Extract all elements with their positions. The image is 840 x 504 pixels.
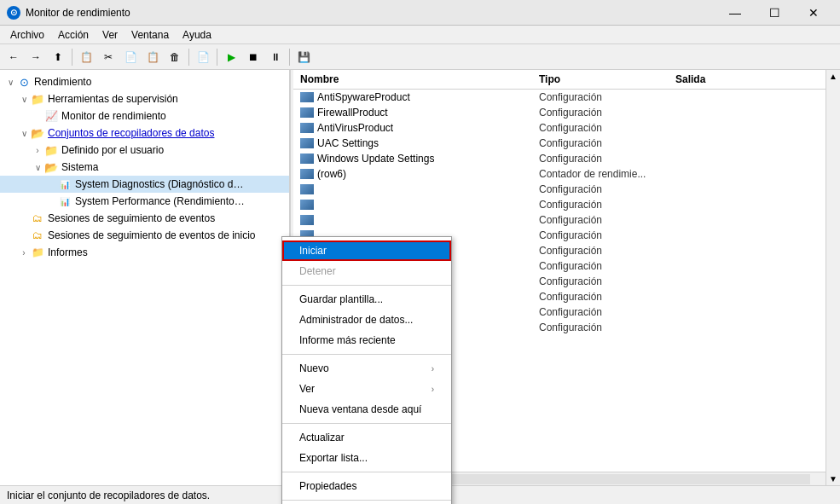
menu-ventana[interactable]: Ventana — [125, 27, 176, 43]
tree-label: Sesiones de seguimiento de eventos de in… — [48, 229, 256, 241]
table-row[interactable]: AntiSpywareProduct Configuración — [293, 90, 826, 105]
scroll-up-btn[interactable]: ▲ — [827, 70, 839, 83]
expand-icon[interactable]: ∨ — [17, 129, 31, 138]
toolbar-pause[interactable]: ⏸ — [265, 47, 286, 67]
status-text: Iniciar el conjunto de recopiladores de … — [7, 490, 210, 501]
chart-small-icon: 📊 — [58, 177, 72, 191]
right-header: Nombre Tipo Salida — [293, 70, 826, 90]
tree-label: Informes — [48, 246, 88, 258]
ctx-propiedades[interactable]: Propiedades — [282, 476, 451, 496]
toolbar-delete[interactable]: 🗑 — [165, 47, 185, 67]
row-icon — [300, 215, 314, 225]
expand-icon[interactable]: › — [17, 248, 31, 258]
toolbar: ← → ⬆ 📋 ✂ 📄 📋 🗑 📄 ▶ ⏹ ⏸ 💾 — [0, 44, 840, 70]
ctx-item-label: Nuevo — [299, 362, 329, 374]
ctx-detener: Detener — [282, 261, 451, 281]
title-controls: — ☐ ✕ — [715, 0, 833, 26]
folder-icon: 📁 — [44, 143, 58, 157]
tree-label: Definido por el usuario — [61, 144, 164, 156]
folder2-icon: 🗂 — [31, 229, 44, 242]
tree-informes[interactable]: › 📁 Informes — [0, 244, 289, 261]
tree-sesiones[interactable]: 🗂 Sesiones de seguimiento de eventos — [0, 210, 289, 227]
tree-panel[interactable]: ∨ ⊙ Rendimiento ∨ 📁 Herramientas de supe… — [0, 70, 290, 485]
ctx-item-label: Propiedades — [299, 480, 356, 492]
expand-icon[interactable]: › — [31, 146, 44, 155]
tree-label: Monitor de rendimiento — [61, 110, 166, 122]
tree-label: Conjuntos de recopiladores de datos — [48, 127, 214, 139]
ctx-exportar[interactable]: Exportar lista... — [282, 448, 451, 468]
toolbar-back[interactable]: ← — [3, 47, 24, 67]
row-tipo-label: Configuración — [539, 137, 675, 149]
ctx-item-label: Iniciar — [299, 245, 327, 257]
toolbar-stop[interactable]: ⏹ — [243, 47, 264, 67]
ctx-sep5 — [282, 500, 451, 501]
menu-archivo[interactable]: Archivo — [3, 27, 51, 43]
scroll-down-btn[interactable]: ▼ — [827, 472, 839, 485]
toolbar-start[interactable]: ▶ — [221, 47, 241, 67]
tree-sistema[interactable]: ∨ 📂 Sistema — [0, 159, 289, 176]
row-tipo-label: Configuración — [539, 245, 675, 257]
chart-icon: 📈 — [44, 109, 58, 123]
expand-icon[interactable]: ∨ — [3, 78, 17, 87]
expand-icon[interactable]: ∨ — [31, 163, 44, 172]
tree-conjuntos[interactable]: ∨ 📂 Conjuntos de recopiladores de datos — [0, 125, 289, 142]
col-salida-header: Salida — [675, 73, 819, 85]
expand-icon[interactable]: ∨ — [17, 95, 31, 104]
row-icon — [300, 169, 314, 179]
col-tipo-header: Tipo — [539, 73, 675, 85]
toolbar-sep3 — [217, 49, 217, 66]
ctx-guardar-plantilla[interactable]: Guardar plantilla... — [282, 289, 451, 310]
menu-bar: Archivo Acción Ver Ventana Ayuda — [0, 26, 840, 44]
table-row[interactable]: UAC Settings Configuración — [293, 136, 826, 151]
tree-label: Sistema — [61, 161, 98, 173]
ctx-item-label: Nueva ventana desde aquí — [299, 403, 421, 415]
table-row[interactable]: Configuración — [293, 197, 826, 212]
tree-label: System Performance (Rendimiento del sist… — [75, 195, 246, 207]
vertical-scrollbar[interactable]: ▲ ▼ — [826, 70, 840, 485]
tree-monitor[interactable]: 📈 Monitor de rendimiento — [0, 107, 289, 125]
ctx-informe[interactable]: Informe más reciente — [282, 330, 451, 350]
ctx-nueva-ventana[interactable]: Nueva ventana desde aquí — [282, 399, 451, 420]
close-button[interactable]: ✕ — [794, 0, 833, 26]
tree-label: Rendimiento — [34, 76, 91, 88]
toolbar-forward[interactable]: → — [26, 47, 46, 67]
toolbar-paste[interactable]: 📋 — [142, 47, 163, 67]
ctx-actualizar[interactable]: Actualizar — [282, 427, 451, 448]
toolbar-properties[interactable]: 📄 — [193, 47, 213, 67]
toolbar-show-hide[interactable]: 📋 — [76, 47, 96, 67]
toolbar-cut[interactable]: ✂ — [98, 47, 119, 67]
row-tipo-label: Configuración — [539, 291, 675, 303]
table-row[interactable]: (row6) Contador de rendimie... — [293, 166, 826, 182]
row-tipo-label: Configuración — [539, 183, 675, 195]
table-row[interactable]: Configuración — [293, 182, 826, 197]
ctx-ver[interactable]: Ver › — [282, 379, 451, 399]
row-icon — [300, 92, 314, 102]
tree-sesiones-inicio[interactable]: 🗂 Sesiones de seguimiento de eventos de … — [0, 227, 289, 244]
toolbar-up[interactable]: ⬆ — [48, 47, 68, 67]
ctx-nuevo[interactable]: Nuevo › — [282, 358, 451, 379]
tree-rendimiento[interactable]: ∨ ⊙ Rendimiento — [0, 73, 289, 90]
tree-definido[interactable]: › 📁 Definido por el usuario — [0, 142, 289, 159]
toolbar-copy[interactable]: 📄 — [120, 47, 141, 67]
tree-system-performance[interactable]: 📊 System Performance (Rendimiento del si… — [0, 193, 289, 210]
table-row[interactable]: FirewallProduct Configuración — [293, 105, 826, 120]
maximize-button[interactable]: ☐ — [755, 0, 794, 26]
ctx-item-label: Ver — [299, 383, 315, 395]
ctx-iniciar[interactable]: Iniciar — [282, 240, 451, 261]
row-icon — [300, 154, 314, 164]
table-row[interactable]: Windows Update Settings Configuración — [293, 151, 826, 166]
folder3-icon: 📁 — [31, 246, 44, 259]
table-row[interactable]: AntiVirusProduct Configuración — [293, 120, 826, 136]
menu-ayuda[interactable]: Ayuda — [176, 27, 218, 43]
title-bar: ⊙ Monitor de rendimiento — ☐ ✕ — [0, 0, 840, 26]
table-row[interactable]: Configuración — [293, 212, 826, 228]
minimize-button[interactable]: — — [715, 0, 755, 26]
menu-ver[interactable]: Ver — [96, 27, 125, 43]
toolbar-save[interactable]: 💾 — [293, 47, 314, 67]
row-tipo-label: Configuración — [539, 322, 675, 333]
tree-label: System Diagnostics (Diagnóstico del sist… — [75, 178, 246, 190]
menu-accion[interactable]: Acción — [51, 27, 96, 43]
tree-herramientas[interactable]: ∨ 📁 Herramientas de supervisión — [0, 90, 289, 107]
ctx-administrador[interactable]: Administrador de datos... — [282, 310, 451, 330]
tree-system-diagnostics[interactable]: 📊 System Diagnostics (Diagnóstico del si… — [0, 176, 289, 193]
